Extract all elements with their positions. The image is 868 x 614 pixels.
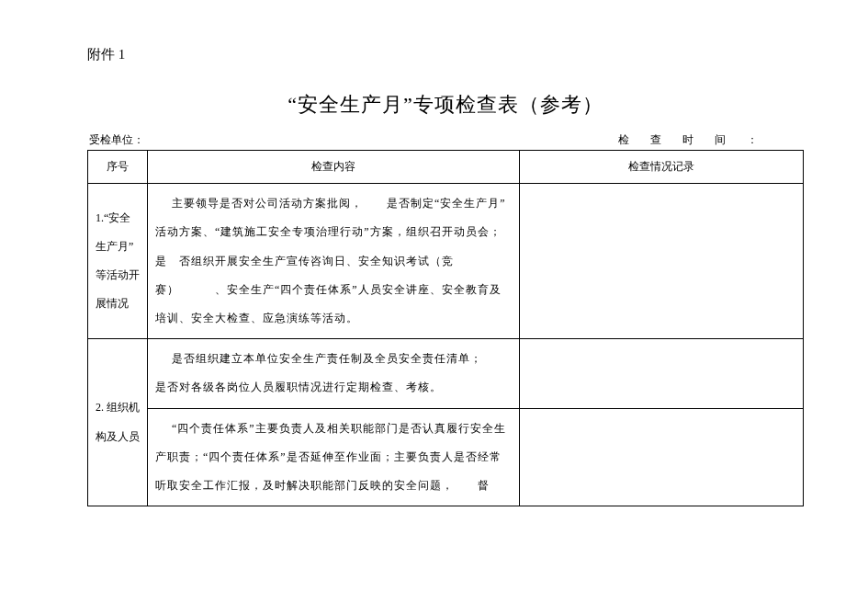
row-record-cell (520, 339, 804, 408)
row-record-cell (520, 184, 804, 339)
col-header-idx: 序号 (88, 151, 148, 184)
inspection-time-label: 检 查 时 间 ： (618, 132, 802, 148)
checklist-table: 序号 检查内容 检查情况记录 1.“安全生产月”等活动开展情况 主要领导是否对公… (87, 150, 804, 506)
table-row: “四个责任体系”主要负责人及相关职能部门是否认真履行安全生产职责；“四个责任体系… (88, 408, 804, 506)
row-content-cell: 主要领导是否对公司活动方案批阅， 是否制定“安全生产月”活动方案、“建筑施工安全… (148, 184, 520, 339)
meta-row: 受检单位： 检 查 时 间 ： (87, 132, 804, 148)
page-title: “安全生产月”专项检查表（参考） (87, 91, 804, 119)
row-record-cell (520, 408, 804, 506)
row-content-cell: 是否组织建立本单位安全生产责任制及全员安全责任清单； 是否对各级各岗位人员履职情… (148, 339, 520, 408)
row-index-cell: 2. 组织机构及人员 (88, 339, 148, 506)
col-header-content: 检查内容 (148, 151, 520, 184)
table-header-row: 序号 检查内容 检查情况记录 (88, 151, 804, 184)
inspected-unit-label: 受检单位： (89, 132, 618, 148)
row-content-cell: “四个责任体系”主要负责人及相关职能部门是否认真履行安全生产职责；“四个责任体系… (148, 408, 520, 506)
table-row: 2. 组织机构及人员 是否组织建立本单位安全生产责任制及全员安全责任清单； 是否… (88, 339, 804, 408)
attachment-label: 附件 1 (87, 46, 804, 63)
row-index-cell: 1.“安全生产月”等活动开展情况 (88, 184, 148, 339)
col-header-record: 检查情况记录 (520, 151, 804, 184)
table-row: 1.“安全生产月”等活动开展情况 主要领导是否对公司活动方案批阅， 是否制定“安… (88, 184, 804, 339)
